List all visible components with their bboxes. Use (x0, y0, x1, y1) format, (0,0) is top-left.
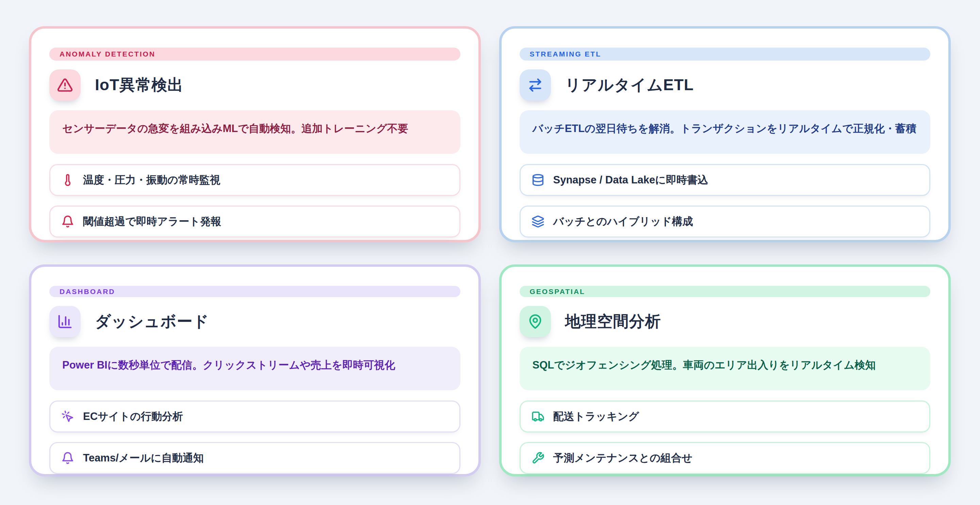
card-dashboard: DASHBOARD ダッシュボード Power BIに数秒単位で配信。クリックス… (29, 264, 481, 476)
card-title: リアルタイムETL (565, 75, 694, 96)
card-title: IoT異常検出 (95, 75, 183, 96)
card-description: センサーデータの急変を組み込みMLで自動検知。追加トレーニング不要 (49, 110, 460, 154)
feature-item-label: 予測メンテナンスとの組合せ (553, 451, 693, 465)
database-icon (531, 174, 544, 186)
map-pin-icon (520, 306, 551, 337)
feature-item: Synapse / Data Lakeに即時書込 (520, 164, 931, 196)
feature-item-label: Synapse / Data Lakeに即時書込 (553, 173, 708, 187)
feature-item: 予測メンテナンスとの組合せ (520, 442, 931, 474)
category-badge: DASHBOARD (49, 286, 460, 297)
bell-icon (61, 452, 74, 465)
bar-chart-icon (49, 306, 81, 337)
wrench-icon (531, 452, 544, 465)
card-title: ダッシュボード (95, 311, 209, 332)
card-header: IoT異常検出 (49, 69, 460, 101)
feature-item-label: 温度・圧力・振動の常時監視 (83, 173, 221, 187)
alert-triangle-icon (49, 69, 81, 101)
feature-item-label: 配送トラッキング (553, 409, 639, 424)
category-badge: GEOSPATIAL (520, 286, 931, 297)
card-header: リアルタイムETL (520, 69, 931, 101)
card-description: Power BIに数秒単位で配信。クリックストリームや売上を即時可視化 (49, 347, 460, 390)
category-badge: STREAMING ETL (520, 48, 931, 61)
card-description: SQLでジオフェンシング処理。車両のエリア出入りをリアルタイム検知 (520, 347, 931, 390)
card-header: 地理空間分析 (520, 306, 931, 337)
feature-card-grid: ANOMALY DETECTION IoT異常検出 センサーデータの急変を組み込… (0, 0, 980, 476)
feature-item: Teams/メールに自動通知 (49, 442, 460, 474)
mouse-pointer-click-icon (61, 410, 74, 423)
arrows-right-left-icon (520, 69, 551, 101)
feature-item: 温度・圧力・振動の常時監視 (49, 164, 460, 196)
card-title: 地理空間分析 (565, 311, 661, 332)
feature-item: 閾値超過で即時アラート発報 (49, 206, 460, 237)
truck-icon (531, 410, 544, 423)
card-description: バッチETLの翌日待ちを解消。トランザクションをリアルタイムで正規化・蓄積 (520, 110, 931, 154)
feature-item-label: ECサイトの行動分析 (83, 409, 183, 424)
feature-item-label: Teams/メールに自動通知 (83, 451, 204, 465)
card-anomaly-detection: ANOMALY DETECTION IoT異常検出 センサーデータの急変を組み込… (29, 26, 481, 242)
feature-item: バッチとのハイブリッド構成 (520, 206, 931, 237)
category-badge: ANOMALY DETECTION (49, 48, 460, 61)
feature-item-label: 閾値超過で即時アラート発報 (83, 214, 221, 229)
layers-icon (531, 215, 544, 228)
card-streaming-etl: STREAMING ETL リアルタイムETL バッチETLの翌日待ちを解消。ト… (499, 26, 951, 242)
card-geospatial: GEOSPATIAL 地理空間分析 SQLでジオフェンシング処理。車両のエリア出… (499, 264, 951, 476)
bell-icon (61, 215, 74, 228)
feature-item: ECサイトの行動分析 (49, 400, 460, 433)
feature-item: 配送トラッキング (520, 400, 931, 433)
thermometer-icon (61, 174, 74, 186)
card-header: ダッシュボード (49, 306, 460, 337)
feature-item-label: バッチとのハイブリッド構成 (553, 214, 693, 229)
